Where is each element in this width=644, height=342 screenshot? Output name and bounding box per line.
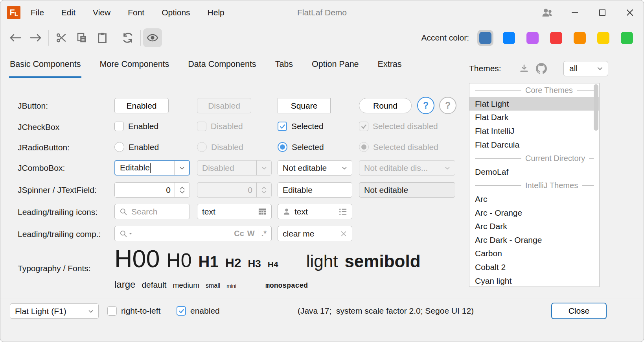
radio-enabled[interactable]: Enabled [114,142,159,152]
accent-swatch-green[interactable] [619,30,635,46]
show-hidden-eye-toggle[interactable] [143,28,162,47]
theme-item-flat-darcula[interactable]: Flat Darcula [469,138,599,152]
match-case-button[interactable]: Cc [234,229,244,238]
combobox-editable-value[interactable]: Editable [115,163,174,173]
tab-more-components[interactable]: More Components [99,59,169,78]
github-icon[interactable] [533,60,550,77]
toolbar-separator [115,30,115,46]
accent-swatch-red[interactable] [548,30,564,46]
checkbox-box-checked[interactable] [278,122,287,131]
maximize-button[interactable] [589,0,616,25]
spinner-buttons[interactable] [175,183,190,197]
theme-item-flat-light[interactable]: Flat Light [469,97,599,111]
checkbox-box[interactable] [114,122,124,131]
textfield-editable[interactable]: Editable [278,182,352,198]
close-button[interactable]: Close [551,303,607,319]
spinner-enabled[interactable]: 0 [114,182,190,198]
minimize-button[interactable] [561,0,589,25]
checkbox-enabled[interactable]: Enabled [114,122,158,131]
themes-filter-combobox[interactable]: all [563,61,608,76]
theme-item-demolaf[interactable]: DemoLaf [469,165,599,179]
theme-item-carbon[interactable]: Carbon [469,247,599,261]
jbutton-enabled[interactable]: Enabled [114,98,169,113]
toolbar: Accent color: [0,25,644,51]
forward-button[interactable] [26,28,46,47]
menu-font[interactable]: Font [128,8,144,17]
combobox-not-editable[interactable]: Not editable [278,160,352,176]
checkbox-selected[interactable]: Selected [278,122,324,131]
accent-swatch-blue[interactable] [501,30,517,46]
theme-item-arc-dark-orange[interactable]: Arc Dark - Orange [469,233,599,247]
radio-circle-checked[interactable] [278,142,287,152]
chevron-up-icon[interactable] [179,186,185,190]
clearable-field-value[interactable]: clear me [283,229,336,238]
menu-view[interactable]: View [93,8,110,17]
whole-word-button[interactable]: W [247,229,255,238]
chevron-down-icon[interactable] [174,161,189,175]
radio-selected[interactable]: Selected [278,142,324,152]
chevron-down-icon[interactable] [337,161,352,175]
typography-label: Typography / Fonts: [18,264,91,273]
search-field[interactable]: Search [114,204,190,219]
spinner-value[interactable]: 0 [120,185,171,195]
table-icon[interactable] [258,208,267,216]
search-with-dropdown-icon[interactable] [120,230,132,238]
regex-button[interactable]: .* [261,229,267,238]
textfield-editable-value[interactable]: Editable [283,185,347,195]
theme-list-scrollbar[interactable] [594,84,598,131]
combobox-editable[interactable]: Editable [114,160,190,176]
accent-swatch-yellow[interactable] [595,30,611,46]
theme-item-arc-orange[interactable]: Arc - Orange [469,206,599,220]
menu-help[interactable]: Help [208,8,224,17]
search-field-with-options[interactable]: Cc W .* [114,226,272,241]
theme-item-flat-intellij[interactable]: Flat IntelliJ [469,124,599,138]
heading-h4: H4 [268,260,278,269]
tab-option-pane[interactable]: Option Pane [312,59,359,78]
textfield-not-editable-value: Not editable [364,185,450,195]
search-placeholder[interactable]: Search [131,207,185,216]
accent-swatch-default[interactable] [477,30,493,46]
tab-tabs[interactable]: Tabs [275,59,293,78]
help-button-primary[interactable]: ? [417,97,434,114]
theme-item-cyan-light[interactable]: Cyan light [469,274,599,287]
checkbox-box[interactable] [107,306,117,316]
menu-edit[interactable]: Edit [61,8,75,17]
help-button-plain[interactable]: ? [439,97,456,114]
theme-item-arc-dark[interactable]: Arc Dark [469,220,599,233]
clearable-field[interactable]: clear me [278,226,352,241]
theme-item-flat-dark[interactable]: Flat Dark [469,111,599,124]
jbutton-round[interactable]: Round [359,98,412,113]
text-field-with-user-icon[interactable]: text [278,204,352,219]
close-window-button[interactable] [616,0,644,25]
tab-data-components[interactable]: Data Components [188,59,256,78]
text-field-with-table-icon[interactable]: text [197,204,272,219]
back-button[interactable] [5,28,26,47]
refresh-icon[interactable] [118,28,138,47]
text-field-value[interactable]: text [202,207,254,216]
theme-item-cobalt-2[interactable]: Cobalt 2 [469,261,599,274]
tab-basic-components[interactable]: Basic Components [10,59,81,78]
theme-item-arc[interactable]: Arc [469,192,599,206]
download-icon[interactable] [515,60,533,77]
users-icon[interactable] [534,0,561,25]
lookandfeel-combobox[interactable]: Flat Light (F1) [10,303,99,319]
cut-icon[interactable] [51,28,72,47]
copy-icon[interactable] [72,28,92,47]
text-field-value[interactable]: text [294,207,335,216]
chevron-down-icon[interactable] [179,190,185,194]
checkbox-selected-label: Selected [291,122,324,131]
list-icon[interactable] [339,208,347,216]
menu-options[interactable]: Options [162,8,190,17]
paste-icon[interactable] [92,28,112,47]
menu-file[interactable]: File [31,8,44,17]
enabled-checkbox[interactable]: enabled [177,306,220,316]
accent-swatch-orange[interactable] [572,30,588,46]
checkbox-box-checked[interactable] [177,306,186,316]
radio-circle[interactable] [114,142,124,152]
right-to-left-checkbox[interactable]: right-to-left [107,306,160,316]
clear-icon[interactable] [340,230,347,237]
chevron-down-icon[interactable] [83,304,98,318]
tab-extras[interactable]: Extras [378,59,402,78]
jbutton-square[interactable]: Square [278,98,331,113]
accent-swatch-purple[interactable] [524,30,541,46]
